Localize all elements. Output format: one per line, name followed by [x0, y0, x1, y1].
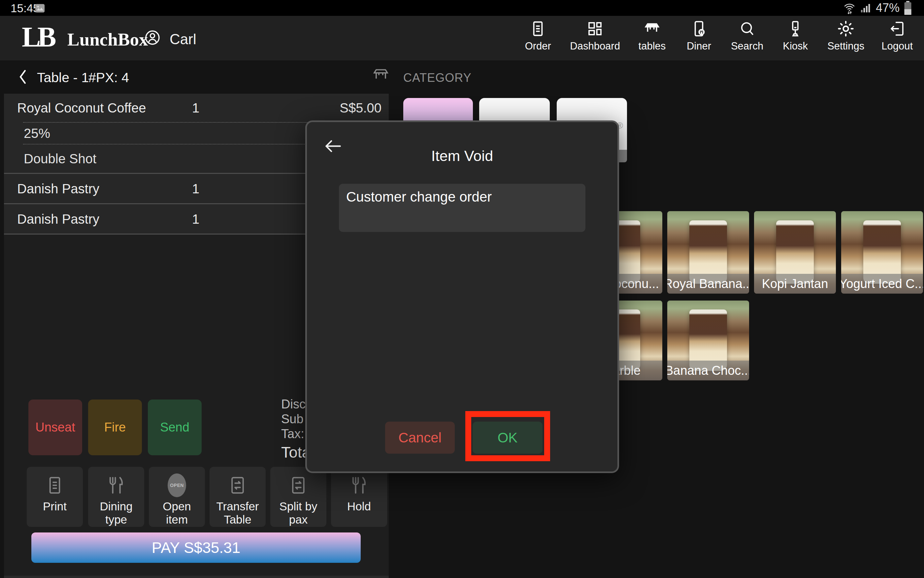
ok-label: OK: [498, 430, 518, 446]
nav-label: Order: [525, 40, 551, 52]
cancel-label: Cancel: [398, 430, 442, 446]
send-button[interactable]: Send: [148, 399, 201, 455]
item-void-modal: Item Void Customer change order Cancel O…: [305, 120, 619, 473]
nav-tables[interactable]: tables: [637, 20, 667, 52]
transfer-icon: [288, 473, 309, 497]
nav-dashboard[interactable]: Dashboard: [570, 20, 620, 52]
subheader-strip: Table - 1 #PX: 4 CATEGORY: [0, 60, 924, 94]
lunchbox-logo: LB: [22, 21, 53, 54]
nav-label: tables: [638, 40, 666, 52]
tool-label: Hold: [345, 500, 373, 513]
nav-order[interactable]: Order: [523, 20, 553, 52]
transfer-table-button[interactable]: Transfer Table: [209, 467, 266, 527]
table-icon: [643, 20, 661, 37]
category-section-label: CATEGORY: [403, 71, 472, 85]
nav-label: Search: [731, 40, 763, 52]
product-card[interactable]: Kopi Jantan: [754, 211, 836, 294]
tool-label: Print: [41, 500, 69, 513]
battery-percent: 47%: [876, 1, 900, 15]
screenshot-image-icon: [34, 3, 45, 14]
product-label: Royal Banana...: [667, 274, 749, 294]
dashboard-icon: [586, 20, 604, 37]
transfer-icon: [227, 473, 248, 497]
product-card[interactable]: Royal Banana...: [667, 211, 749, 294]
search-icon: [738, 20, 756, 37]
item-price: S$5.00: [339, 101, 382, 115]
table-title: Table - 1: [37, 70, 89, 86]
item-name: Royal Coconut Coffee: [17, 101, 146, 115]
void-reason-input[interactable]: Customer change order: [339, 184, 585, 232]
item-name: Danish Pastry: [17, 211, 99, 226]
fire-button[interactable]: Fire: [88, 399, 142, 455]
nav-label: Logout: [882, 40, 913, 52]
nav-label: Diner: [687, 40, 711, 52]
app-name: LunchBox: [67, 29, 148, 50]
item-qty: 1: [192, 101, 199, 115]
hold-button[interactable]: Hold: [331, 467, 387, 527]
android-status-bar: 15:45 47%: [0, 0, 924, 16]
fork-knife-icon: [349, 473, 369, 497]
cellular-signal-icon: [860, 2, 872, 14]
dining-type-button[interactable]: Dining type: [88, 467, 144, 527]
item-qty: 1: [192, 211, 199, 226]
wifi-icon: [843, 1, 856, 15]
fire-label: Fire: [104, 420, 126, 435]
item-modifier: 25%: [24, 126, 50, 141]
nav-kiosk[interactable]: Kiosk: [781, 20, 810, 52]
pay-button[interactable]: PAY S$35.31: [31, 533, 361, 563]
nav-search[interactable]: Search: [731, 20, 763, 52]
send-label: Send: [160, 420, 189, 435]
open-badge-text: OPEN: [168, 473, 186, 497]
nav-label: Settings: [827, 40, 864, 52]
receipt-icon: [45, 473, 65, 497]
fork-knife-icon: [106, 473, 127, 497]
unseat-label: Unseat: [35, 420, 75, 435]
status-indicators: 47%: [843, 1, 912, 15]
app-header: LB LunchBox Carl Order: [0, 16, 924, 60]
back-chevron-icon[interactable]: [17, 68, 28, 86]
category-table-icon: [372, 67, 390, 84]
pos-screen: 15:45 47%: [0, 0, 924, 578]
item-modifier: Double Shot: [24, 151, 96, 166]
top-nav: Order Dashboard tables: [523, 20, 913, 52]
tool-label: Transfer Table: [209, 500, 266, 526]
split-by-pax-button[interactable]: Split by pax: [270, 467, 326, 527]
current-user[interactable]: Carl: [170, 31, 196, 47]
tool-label: Split by pax: [270, 500, 326, 526]
nav-settings[interactable]: Settings: [827, 20, 864, 52]
ok-button[interactable]: OK: [473, 422, 542, 454]
panel-bottom-strip: [4, 576, 389, 578]
unseat-button[interactable]: Unseat: [28, 399, 82, 455]
battery-icon: [903, 1, 912, 15]
product-label: Kopi Jantan: [754, 274, 836, 294]
open-item-button[interactable]: OPEN Open item: [149, 467, 205, 527]
nav-diner[interactable]: Diner: [684, 20, 714, 52]
item-name: Danish Pastry: [17, 181, 99, 196]
open-badge: OPEN: [168, 473, 186, 497]
user-avatar-icon: [144, 29, 161, 46]
item-qty: 1: [192, 181, 199, 196]
product-label: Banana Choc...: [667, 360, 749, 380]
product-card[interactable]: Yogurt Iced C...: [841, 211, 923, 294]
cancel-button[interactable]: Cancel: [385, 422, 455, 454]
tool-label: Dining type: [88, 500, 144, 526]
diner-phone-icon: [690, 20, 708, 37]
tool-label: Open item: [149, 500, 205, 526]
pax-count: #PX: 4: [88, 70, 129, 86]
pay-label: PAY S$35.31: [152, 539, 240, 557]
order-icon: [529, 20, 547, 37]
kiosk-icon: [786, 20, 804, 37]
product-label: Yogurt Iced C...: [841, 274, 923, 294]
nav-label: Kiosk: [783, 40, 808, 52]
gear-icon: [837, 20, 855, 37]
print-button[interactable]: Print: [27, 467, 83, 527]
modal-title: Item Void: [307, 148, 617, 165]
nav-logout[interactable]: Logout: [882, 20, 913, 52]
logout-icon: [888, 20, 906, 37]
nav-label: Dashboard: [570, 40, 620, 52]
product-card[interactable]: Banana Choc...: [667, 300, 749, 380]
